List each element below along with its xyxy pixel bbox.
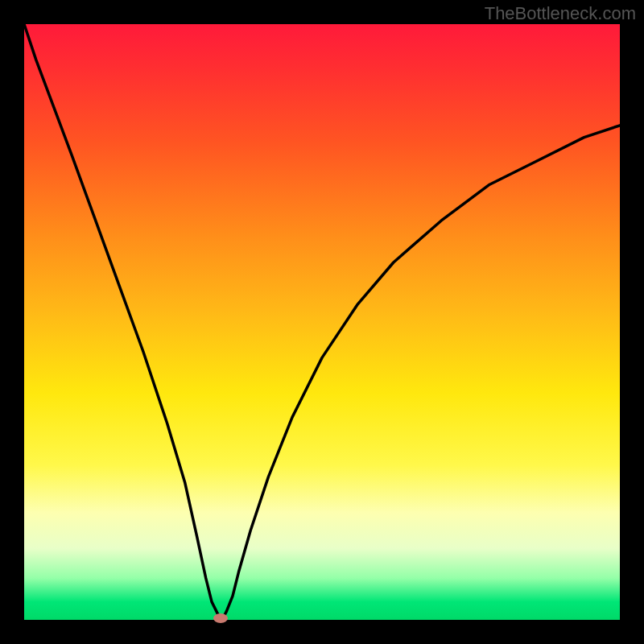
watermark-text: TheBottleneck.com (485, 3, 636, 24)
bottleneck-curve (24, 24, 620, 620)
chart-plot-area (24, 24, 620, 620)
optimal-point-marker (213, 613, 228, 623)
